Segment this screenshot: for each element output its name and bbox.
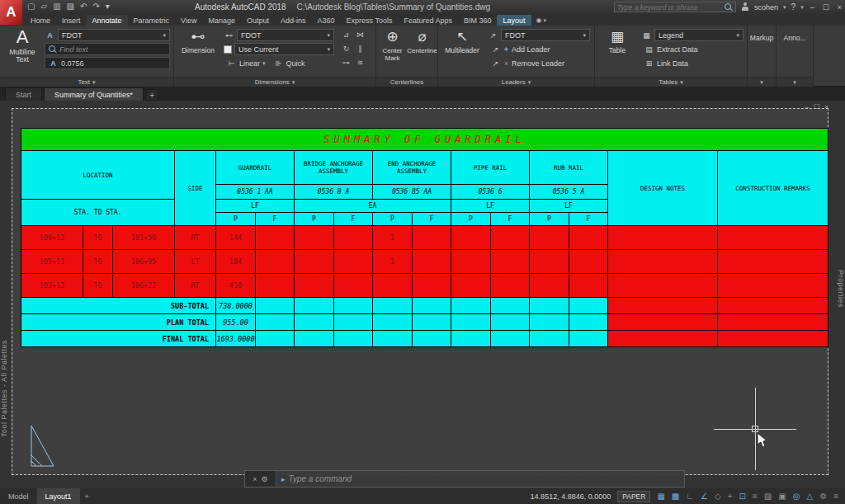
markup-panel-footer[interactable]: ▾ bbox=[748, 77, 776, 87]
dimensions-panel-footer[interactable]: Dimensions ▾ bbox=[174, 77, 375, 87]
drawing-area[interactable]: – ☐ × SUMMARY OF GUARDRAIL LOCATION SIDE… bbox=[0, 101, 845, 488]
ribbon-tab-a360[interactable]: A360 bbox=[312, 15, 341, 26]
ribbon-tab-addins[interactable]: Add-ins bbox=[275, 15, 312, 26]
help-icon[interactable]: ? bbox=[791, 2, 796, 12]
ribbon-tab-featured-apps[interactable]: Featured Apps bbox=[398, 15, 458, 26]
viewport-minimize-icon[interactable]: – bbox=[805, 103, 809, 111]
triangle-sketch-drawing[interactable] bbox=[20, 422, 58, 472]
viewport-restore-icon[interactable]: ☐ bbox=[814, 103, 819, 111]
find-text-input[interactable] bbox=[59, 45, 167, 54]
dim-continue-icon[interactable]: ⊶ bbox=[341, 57, 352, 68]
file-tab-start[interactable]: Start bbox=[5, 87, 42, 101]
remove-leader-button[interactable]: ↗ × Remove Leader bbox=[488, 57, 567, 69]
polar-tracking-icon[interactable]: ∠ bbox=[701, 492, 708, 501]
annotation-autoscale-icon[interactable]: △ bbox=[806, 492, 813, 501]
plot-icon[interactable]: ▨ bbox=[67, 2, 74, 11]
user-menu-caret-icon[interactable]: ▾ bbox=[783, 4, 786, 11]
workspace-switching-icon[interactable]: ⚙ bbox=[819, 492, 827, 501]
command-close-icon[interactable]: × bbox=[253, 475, 257, 483]
ribbon-tab-express-tools[interactable]: Express Tools bbox=[341, 15, 399, 26]
dim-style-dropdown[interactable]: FDOT ▾ bbox=[237, 29, 334, 41]
search-icon[interactable] bbox=[724, 2, 733, 12]
multiline-text-button[interactable]: A Multiline Text bbox=[3, 27, 41, 64]
text-height-input[interactable] bbox=[61, 59, 167, 68]
object-snap-icon[interactable]: ⊡ bbox=[739, 492, 746, 501]
ribbon-tab-layout[interactable]: Layout bbox=[497, 15, 531, 26]
new-file-icon[interactable]: ▢ bbox=[27, 2, 35, 11]
text-style-dropdown[interactable]: FDOT ▾ bbox=[58, 29, 170, 41]
keyword-search-box[interactable] bbox=[614, 2, 736, 12]
open-file-icon[interactable]: ▱ bbox=[40, 2, 47, 11]
recent-commands-icon[interactable]: ▸ bbox=[281, 475, 286, 483]
keyword-search-input[interactable] bbox=[617, 3, 721, 12]
ribbon-tab-manage[interactable]: Manage bbox=[202, 15, 241, 26]
new-drawing-tab-button[interactable]: + bbox=[145, 89, 158, 101]
dim-update-icon[interactable]: ↻ bbox=[341, 43, 352, 54]
file-tab-summary-of-quantities[interactable]: Summary of Quantities* bbox=[44, 87, 144, 101]
save-icon[interactable]: ▥ bbox=[53, 2, 60, 11]
add-leader-button[interactable]: ↗ + Add Leader bbox=[488, 43, 553, 55]
table-button[interactable]: ▦ Table bbox=[598, 29, 636, 54]
close-button[interactable]: × bbox=[836, 3, 843, 12]
tool-palettes-tab[interactable]: Tool Palettes - All Palettes bbox=[0, 340, 8, 437]
annotation-panel-footer[interactable]: ▾ bbox=[777, 77, 813, 87]
command-customize-icon[interactable]: ⚙ bbox=[262, 475, 268, 483]
grid-display-icon[interactable]: ▦ bbox=[657, 492, 664, 501]
quick-dimension-button[interactable]: ⊪ Quick bbox=[271, 57, 308, 69]
signed-in-user[interactable]: scohen bbox=[754, 3, 778, 12]
minimize-button[interactable]: – bbox=[809, 3, 816, 12]
paper-space-button[interactable]: PAPER bbox=[617, 491, 650, 502]
multileader-button[interactable]: ↖ Multileader bbox=[441, 29, 483, 54]
qat-customize-caret-icon[interactable]: ▾ bbox=[106, 2, 110, 11]
extract-data-button[interactable]: ▤ Extract Data bbox=[641, 43, 701, 55]
undo-icon[interactable]: ↶ bbox=[80, 2, 87, 11]
text-panel-footer[interactable]: Text ▾ bbox=[0, 77, 173, 87]
dim-break-icon[interactable]: ⊿ bbox=[341, 29, 352, 40]
dimension-button[interactable]: ⊷ Dimension bbox=[177, 29, 219, 54]
leader-style-dropdown[interactable]: FDOT ▾ bbox=[501, 29, 590, 41]
ribbon-tab-insert[interactable]: Insert bbox=[56, 15, 87, 26]
model-tab[interactable]: Model bbox=[0, 488, 37, 504]
text-height-field[interactable]: A bbox=[45, 57, 170, 69]
ribbon-panel-markup[interactable]: Markup ▾ bbox=[748, 26, 777, 87]
command-input[interactable] bbox=[289, 474, 684, 483]
ortho-mode-icon[interactable]: ∟ bbox=[686, 492, 694, 501]
snap-mode-icon[interactable]: ▩ bbox=[672, 492, 679, 501]
ribbon-panel-annotation[interactable]: Anno... ▾ bbox=[777, 26, 814, 87]
link-data-button[interactable]: ⊞ Link Data bbox=[641, 57, 691, 69]
ribbon-tab-view[interactable]: View bbox=[175, 15, 202, 26]
dim-layer-dropdown[interactable]: Use Current ▾ bbox=[234, 43, 334, 55]
layout1-tab[interactable]: Layout1 bbox=[37, 488, 80, 504]
centerline-button[interactable]: ⌀ Centerline bbox=[408, 29, 437, 54]
find-text-field[interactable] bbox=[45, 43, 170, 55]
maximize-button[interactable]: ☐ bbox=[821, 3, 831, 12]
help-caret-icon[interactable]: ▾ bbox=[800, 4, 804, 11]
command-line[interactable]: × ⚙ ▸ bbox=[244, 470, 685, 488]
properties-palette-tab[interactable]: Properties bbox=[837, 270, 845, 308]
dim-adjust-space-icon[interactable]: ⋈ bbox=[355, 29, 366, 40]
isometric-drafting-icon[interactable]: ◇ bbox=[715, 492, 721, 501]
object-snap-tracking-icon[interactable]: + bbox=[728, 492, 733, 501]
ribbon-tab-bim360[interactable]: BIM 360 bbox=[458, 15, 498, 26]
summary-of-quantities-table[interactable]: SUMMARY OF GUARDRAIL LOCATION SIDE GUARD… bbox=[21, 128, 828, 347]
autocad-logo-button[interactable]: A bbox=[0, 0, 22, 25]
ribbon-tab-annotate[interactable]: Annotate bbox=[87, 15, 128, 26]
leaders-panel-footer[interactable]: Leaders ▾ bbox=[438, 77, 594, 87]
linear-dimension-button[interactable]: ⊢ Linear ▾ bbox=[224, 57, 268, 69]
dim-jog-icon[interactable]: ≋ bbox=[355, 57, 366, 68]
ribbon-display-toggle[interactable]: ◉ ▾ bbox=[531, 15, 552, 26]
redo-icon[interactable]: ↷ bbox=[92, 2, 99, 11]
tables-panel-footer[interactable]: Tables ▾ bbox=[595, 77, 747, 87]
dim-baseline-icon[interactable]: ∥ bbox=[355, 43, 366, 54]
viewport-close-icon[interactable]: × bbox=[824, 103, 828, 111]
ribbon-tab-output[interactable]: Output bbox=[241, 15, 275, 26]
center-mark-button[interactable]: ⊕ Center Mark bbox=[378, 29, 407, 62]
ribbon-tab-parametric[interactable]: Parametric bbox=[128, 15, 176, 26]
ribbon-tab-home[interactable]: Home bbox=[25, 15, 56, 26]
new-layout-button[interactable]: + bbox=[80, 488, 94, 504]
table-style-dropdown[interactable]: Legend ▾ bbox=[654, 29, 744, 41]
selection-cycling-icon[interactable]: ▣ bbox=[778, 492, 786, 501]
annotation-visibility-icon[interactable]: ◎ bbox=[793, 492, 800, 501]
customization-menu-icon[interactable]: ≡ bbox=[833, 492, 838, 501]
transparency-icon[interactable]: ▨ bbox=[764, 492, 772, 501]
